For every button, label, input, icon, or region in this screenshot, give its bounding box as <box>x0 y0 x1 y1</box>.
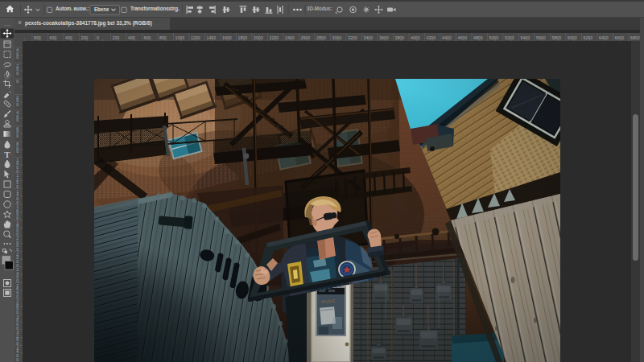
svg-text:0: 0 <box>16 55 19 60</box>
svg-text:400: 400 <box>128 35 135 40</box>
svg-text:0: 0 <box>16 357 19 362</box>
svg-text:0: 0 <box>16 71 19 76</box>
svg-text:4200: 4200 <box>427 35 436 40</box>
svg-text:1800: 1800 <box>238 35 248 40</box>
svg-text:5800: 5800 <box>552 35 562 40</box>
svg-text:2400: 2400 <box>285 35 295 40</box>
svg-text:600: 600 <box>144 35 151 40</box>
svg-text:T: T <box>4 150 10 159</box>
svg-text:600: 600 <box>50 35 57 40</box>
svg-text:3400: 3400 <box>364 35 374 40</box>
svg-text:3200: 3200 <box>348 35 357 40</box>
svg-text:6600: 6600 <box>615 35 625 40</box>
svg-text:6800: 6800 <box>630 35 640 40</box>
svg-text:5000: 5000 <box>489 35 499 40</box>
svg-text:1000: 1000 <box>175 35 185 40</box>
svg-text:5400: 5400 <box>521 35 530 40</box>
svg-text:6200: 6200 <box>584 35 593 40</box>
svg-text:5200: 5200 <box>505 35 514 40</box>
svg-text:2800: 2800 <box>316 35 326 40</box>
svg-text:0: 0 <box>16 102 19 107</box>
svg-text:0: 0 <box>16 149 19 154</box>
svg-text:1200: 1200 <box>191 35 200 40</box>
svg-text:0: 0 <box>16 134 19 138</box>
svg-text:2200: 2200 <box>270 35 279 40</box>
svg-text:4800: 4800 <box>473 35 483 40</box>
svg-text:800: 800 <box>34 35 41 40</box>
svg-text:6000: 6000 <box>568 35 577 40</box>
svg-text:200: 200 <box>113 35 120 40</box>
svg-text:4000: 4000 <box>411 35 420 40</box>
svg-text:0: 0 <box>97 35 99 40</box>
svg-text:200: 200 <box>81 35 89 40</box>
svg-text:1400: 1400 <box>207 35 217 40</box>
svg-text:2000: 2000 <box>254 35 263 40</box>
svg-text:5600: 5600 <box>536 35 546 40</box>
svg-text:0: 0 <box>16 79 19 84</box>
svg-text:6400: 6400 <box>599 35 609 40</box>
svg-text:3800: 3800 <box>395 35 405 40</box>
svg-text:3600: 3600 <box>379 35 389 40</box>
svg-text:0: 0 <box>16 117 19 122</box>
svg-text:2600: 2600 <box>301 35 311 40</box>
svg-text:3000: 3000 <box>332 35 342 40</box>
svg-text:4400: 4400 <box>442 35 452 40</box>
svg-text:800: 800 <box>159 35 167 40</box>
svg-text:4600: 4600 <box>458 35 468 40</box>
svg-text:1600: 1600 <box>222 35 232 40</box>
svg-text:400: 400 <box>65 35 72 40</box>
